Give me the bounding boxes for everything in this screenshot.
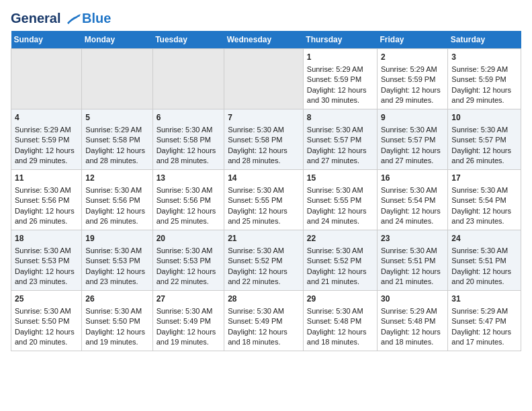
calendar-table: SundayMondayTuesdayWednesdayThursdayFrid… [11,31,521,351]
day-info: Daylight: 12 hours and 27 minutes. [307,146,373,167]
day-info: Sunrise: 5:29 AM [451,64,517,75]
calendar-cell: 8Sunrise: 5:30 AMSunset: 5:57 PMDaylight… [303,109,377,170]
day-number: 22 [307,233,373,244]
day-info: Sunrise: 5:30 AM [307,185,373,195]
day-info: Sunset: 5:58 PM [157,135,221,145]
day-info: Daylight: 12 hours and 23 minutes. [451,206,517,227]
day-info: Sunrise: 5:30 AM [228,246,300,256]
day-number: 7 [228,112,300,124]
day-number: 16 [381,173,444,184]
calendar-cell [11,49,82,109]
calendar-cell: 14Sunrise: 5:30 AMSunset: 5:55 PMDayligh… [224,170,304,230]
day-info: Sunrise: 5:30 AM [85,246,148,256]
day-info: Sunrise: 5:30 AM [228,185,300,195]
calendar-cell: 5Sunrise: 5:29 AMSunset: 5:58 PMDaylight… [82,109,152,170]
day-info: Sunset: 5:53 PM [15,256,78,266]
day-info: Sunrise: 5:30 AM [451,125,517,135]
calendar-cell: 6Sunrise: 5:30 AMSunset: 5:58 PMDaylight… [152,109,224,170]
day-info: Sunrise: 5:29 AM [307,64,373,75]
day-info: Sunrise: 5:29 AM [381,64,444,75]
day-info: Sunset: 5:59 PM [451,75,517,85]
day-info: Sunset: 5:52 PM [228,256,300,266]
calendar-cell: 11Sunrise: 5:30 AMSunset: 5:56 PMDayligh… [11,170,82,230]
column-header-tuesday: Tuesday [152,31,224,49]
day-info: Daylight: 12 hours and 28 minutes. [85,146,148,167]
day-info: Sunrise: 5:29 AM [85,125,148,135]
page-header: General Blue [11,11,521,26]
day-info: Sunrise: 5:30 AM [157,125,221,135]
calendar-cell: 24Sunrise: 5:30 AMSunset: 5:51 PMDayligh… [448,230,521,291]
day-info: Sunrise: 5:30 AM [451,185,517,195]
calendar-cell: 27Sunrise: 5:30 AMSunset: 5:49 PMDayligh… [152,291,224,351]
day-info: Daylight: 12 hours and 29 minutes. [15,146,78,167]
calendar-cell: 25Sunrise: 5:30 AMSunset: 5:50 PMDayligh… [11,291,82,351]
calendar-cell: 20Sunrise: 5:30 AMSunset: 5:53 PMDayligh… [152,230,224,291]
day-info: Sunrise: 5:30 AM [157,306,221,316]
calendar-cell: 16Sunrise: 5:30 AMSunset: 5:54 PMDayligh… [378,170,448,230]
calendar-week-row: 25Sunrise: 5:30 AMSunset: 5:50 PMDayligh… [11,291,521,351]
day-info: Daylight: 12 hours and 25 minutes. [228,206,300,227]
day-number: 5 [85,112,148,124]
calendar-cell: 9Sunrise: 5:30 AMSunset: 5:57 PMDaylight… [378,109,448,170]
day-info: Sunrise: 5:29 AM [15,125,78,135]
calendar-cell: 30Sunrise: 5:29 AMSunset: 5:48 PMDayligh… [378,291,448,351]
day-info: Daylight: 12 hours and 21 minutes. [381,267,444,287]
calendar-cell: 15Sunrise: 5:30 AMSunset: 5:55 PMDayligh… [303,170,377,230]
day-info: Sunrise: 5:29 AM [381,306,444,316]
day-number: 18 [15,233,78,244]
day-number: 27 [157,293,221,305]
column-header-sunday: Sunday [11,31,82,49]
day-info: Daylight: 12 hours and 23 minutes. [15,267,78,287]
logo-blue-text: Blue [82,11,111,26]
day-info: Daylight: 12 hours and 24 minutes. [381,206,444,227]
day-number: 4 [15,112,78,124]
day-info: Sunset: 5:59 PM [381,75,444,85]
day-number: 3 [451,52,517,63]
day-info: Sunset: 5:56 PM [157,195,221,205]
day-number: 28 [228,293,300,305]
day-info: Daylight: 12 hours and 29 minutes. [381,85,444,106]
day-info: Sunset: 5:49 PM [157,316,221,326]
day-info: Sunset: 5:57 PM [381,135,444,145]
day-number: 17 [451,173,517,184]
day-number: 1 [307,52,373,63]
day-number: 19 [85,233,148,244]
calendar-cell: 7Sunrise: 5:30 AMSunset: 5:58 PMDaylight… [224,109,304,170]
day-info: Sunrise: 5:30 AM [381,246,444,256]
logo: General Blue [11,11,111,26]
calendar-cell: 26Sunrise: 5:30 AMSunset: 5:50 PMDayligh… [82,291,152,351]
day-info: Daylight: 12 hours and 22 minutes. [228,267,300,287]
calendar-cell: 31Sunrise: 5:29 AMSunset: 5:47 PMDayligh… [448,291,521,351]
day-number: 2 [381,52,444,63]
day-info: Daylight: 12 hours and 19 minutes. [85,327,148,348]
day-info: Sunrise: 5:29 AM [451,306,517,316]
day-info: Sunrise: 5:30 AM [85,185,148,195]
day-info: Sunset: 5:56 PM [15,195,78,205]
day-number: 30 [381,293,444,305]
calendar-cell: 28Sunrise: 5:30 AMSunset: 5:49 PMDayligh… [224,291,304,351]
calendar-cell: 3Sunrise: 5:29 AMSunset: 5:59 PMDaylight… [448,49,521,109]
day-info: Sunset: 5:55 PM [228,195,300,205]
day-info: Daylight: 12 hours and 21 minutes. [307,267,373,287]
calendar-cell [82,49,152,109]
calendar-cell: 22Sunrise: 5:30 AMSunset: 5:52 PMDayligh… [303,230,377,291]
day-info: Sunrise: 5:30 AM [381,185,444,195]
day-info: Sunrise: 5:30 AM [307,306,373,316]
day-info: Sunset: 5:47 PM [451,316,517,326]
day-info: Sunrise: 5:30 AM [228,306,300,316]
day-info: Sunset: 5:56 PM [85,195,148,205]
column-header-monday: Monday [82,31,152,49]
column-header-wednesday: Wednesday [224,31,304,49]
calendar-cell: 29Sunrise: 5:30 AMSunset: 5:48 PMDayligh… [303,291,377,351]
day-info: Sunset: 5:58 PM [228,135,300,145]
day-number: 31 [451,293,517,305]
calendar-cell: 2Sunrise: 5:29 AMSunset: 5:59 PMDaylight… [378,49,448,109]
day-info: Daylight: 12 hours and 26 minutes. [15,206,78,227]
day-number: 29 [307,293,373,305]
day-info: Sunset: 5:55 PM [307,195,373,205]
calendar-cell: 4Sunrise: 5:29 AMSunset: 5:59 PMDaylight… [11,109,82,170]
calendar-cell: 23Sunrise: 5:30 AMSunset: 5:51 PMDayligh… [378,230,448,291]
day-number: 14 [228,173,300,184]
day-info: Sunset: 5:51 PM [381,256,444,266]
day-info: Sunset: 5:58 PM [85,135,148,145]
